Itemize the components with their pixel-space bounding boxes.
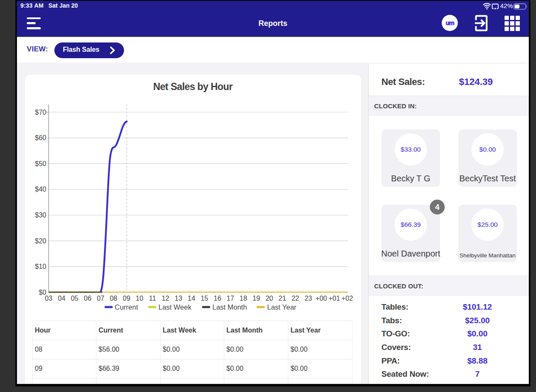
svg-text:10: 10 <box>135 295 143 302</box>
svg-text:$50: $50 <box>35 160 46 167</box>
svg-text:08: 08 <box>110 295 117 302</box>
svg-text:07: 07 <box>96 295 104 302</box>
svg-text:$70: $70 <box>35 108 46 116</box>
svg-text:05: 05 <box>71 295 78 302</box>
svg-text:Last Month: Last Month <box>212 303 247 311</box>
svg-text:13: 13 <box>175 295 182 302</box>
svg-text:20: 20 <box>265 295 273 302</box>
svg-text:21: 21 <box>278 295 286 302</box>
svg-text:+02: +02 <box>341 295 353 302</box>
svg-text:$40: $40 <box>35 186 46 193</box>
svg-text:15: 15 <box>200 295 208 302</box>
svg-text:22: 22 <box>291 295 299 302</box>
svg-text:Last Year: Last Year <box>267 303 296 311</box>
svg-text:03: 03 <box>45 295 52 302</box>
svg-text:11: 11 <box>149 295 156 302</box>
svg-text:Last Week: Last Week <box>158 303 192 311</box>
svg-text:$30: $30 <box>35 212 46 219</box>
svg-text:Current: Current <box>115 303 138 311</box>
svg-text:06: 06 <box>84 295 91 302</box>
svg-text:16: 16 <box>214 295 221 302</box>
svg-text:+01: +01 <box>328 295 340 302</box>
svg-text:23: 23 <box>304 295 312 302</box>
svg-text:$10: $10 <box>35 263 46 270</box>
svg-text:12: 12 <box>161 295 169 302</box>
svg-text:18: 18 <box>240 295 247 302</box>
svg-text:$20: $20 <box>35 237 46 244</box>
svg-text:19: 19 <box>252 295 260 302</box>
svg-text:+00: +00 <box>315 295 327 302</box>
svg-text:$60: $60 <box>35 134 46 141</box>
svg-text:17: 17 <box>226 295 234 302</box>
svg-text:14: 14 <box>187 295 195 302</box>
svg-text:09: 09 <box>123 295 130 302</box>
svg-text:04: 04 <box>58 295 65 302</box>
